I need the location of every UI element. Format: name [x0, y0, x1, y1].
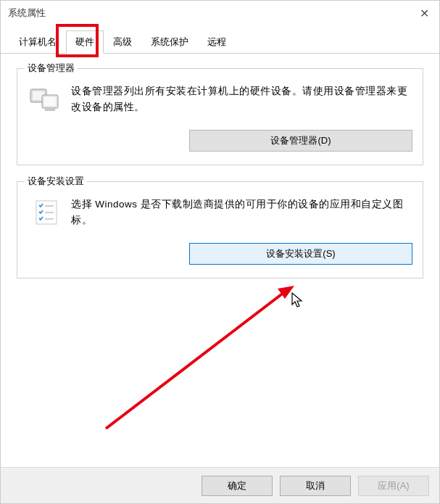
- install-settings-button[interactable]: 设备安装设置(S): [189, 243, 412, 265]
- tab-computer-name[interactable]: 计算机名: [9, 30, 66, 54]
- svg-rect-3: [44, 97, 56, 106]
- device-manager-row: 设备管理器列出所有安装在计算机上的硬件设备。请使用设备管理器来更改设备的属性。: [26, 78, 414, 125]
- device-manager-text: 设备管理器列出所有安装在计算机上的硬件设备。请使用设备管理器来更改设备的属性。: [71, 83, 412, 115]
- svg-line-9: [106, 290, 287, 429]
- close-icon[interactable]: ✕: [420, 7, 429, 20]
- install-settings-row: 选择 Windows 是否下载制造商提供的可用于你的设备的应用和自定义图标。: [26, 191, 414, 239]
- cancel-button[interactable]: 取消: [280, 476, 351, 496]
- tab-remote[interactable]: 远程: [198, 30, 236, 54]
- system-properties-window: 系统属性 ✕ 计算机名 硬件 高级 系统保护 远程 设备管理器: [0, 0, 440, 504]
- tab-advanced[interactable]: 高级: [104, 30, 141, 54]
- window-title: 系统属性: [8, 7, 46, 20]
- tab-strip: 计算机名 硬件 高级 系统保护 远程: [1, 25, 439, 54]
- install-settings-group: 设备安装设置 选择 Windows 是否下载制造商提供的可用于你的设备的应用和自…: [17, 181, 423, 278]
- install-settings-legend: 设备安装设置: [25, 175, 87, 188]
- tab-system-protection[interactable]: 系统保护: [141, 30, 198, 54]
- device-manager-button-row: 设备管理器(D): [26, 125, 414, 152]
- tab-content: 设备管理器 设备管理器列出所有安装在计算机上的硬件设备。请使用设备管理器来更改设…: [1, 54, 439, 309]
- device-manager-group: 设备管理器 设备管理器列出所有安装在计算机上的硬件设备。请使用设备管理器来更改设…: [17, 68, 423, 165]
- titlebar: 系统属性 ✕: [1, 1, 439, 25]
- tab-hardware[interactable]: 硬件: [66, 30, 104, 54]
- svg-rect-4: [45, 109, 55, 111]
- install-settings-text: 选择 Windows 是否下载制造商提供的可用于你的设备的应用和自定义图标。: [71, 197, 412, 228]
- device-manager-button[interactable]: 设备管理器(D): [189, 130, 412, 152]
- checklist-icon: [29, 197, 61, 228]
- apply-button[interactable]: 应用(A): [358, 476, 429, 496]
- ok-button[interactable]: 确定: [202, 476, 273, 496]
- device-manager-icon: [29, 83, 61, 115]
- bottom-bar: 确定 取消 应用(A): [1, 467, 439, 503]
- device-manager-legend: 设备管理器: [25, 62, 78, 75]
- install-settings-button-row: 设备安装设置(S): [26, 239, 414, 265]
